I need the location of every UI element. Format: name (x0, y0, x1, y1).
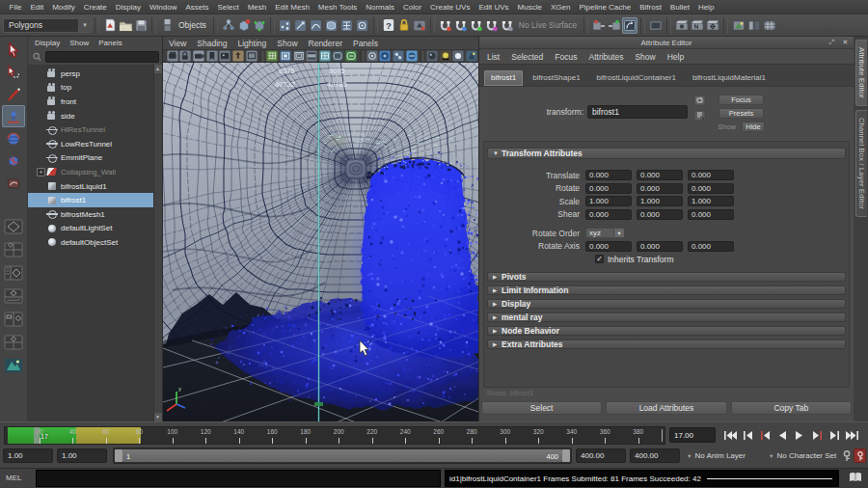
gate-mask-icon[interactable] (305, 50, 318, 63)
save-scene-button[interactable] (133, 17, 149, 34)
snap-to-point-button[interactable] (469, 17, 484, 34)
outliner-menu-item[interactable]: Panels (98, 39, 122, 47)
collapsed-section-header[interactable]: ▶ Pivots (487, 272, 846, 282)
outliner-item[interactable]: persp (28, 67, 162, 81)
select-camera-icon[interactable] (166, 50, 179, 63)
output-connections-button[interactable] (607, 17, 622, 34)
attribute-editor-tab[interactable]: bifrostLiquidMaterial1 (686, 70, 773, 86)
xray-active-icon[interactable] (405, 50, 419, 63)
outliner-item[interactable]: front (28, 95, 162, 109)
viewport-menu-item[interactable]: Lighting (237, 39, 266, 48)
viewport-menu-item[interactable]: Shading (197, 39, 227, 48)
menu-item[interactable]: Display (111, 3, 145, 12)
help-icon-button[interactable]: ? (381, 17, 396, 34)
highlight-selection-button[interactable] (412, 17, 427, 34)
camera-attributes-icon[interactable] (192, 50, 205, 63)
paint-effects-button[interactable] (731, 17, 746, 34)
collapsed-section-header[interactable]: ▶ Node Behavior (487, 326, 846, 336)
attribute-editor-tab[interactable]: bifrost1 (484, 70, 523, 86)
menu-item[interactable]: Edit UVs (475, 3, 513, 12)
image-plane-icon[interactable] (219, 50, 232, 63)
menu-set-dropdown[interactable]: Polygons ▼ (3, 18, 92, 33)
attribute-x-input[interactable] (585, 170, 632, 180)
oversc-icon[interactable] (245, 50, 258, 63)
mask-points-button[interactable] (278, 17, 293, 34)
auto-keyframe-toggle[interactable] (854, 448, 866, 463)
attribute-editor-titlebar[interactable]: Attribute Editor ⤢ ✕ (479, 37, 854, 49)
select-by-component-button[interactable] (252, 17, 267, 34)
lock-camera-icon[interactable] (179, 50, 193, 63)
attribute-editor-tab[interactable]: bifrostLiquidContainer1 (590, 70, 683, 86)
animation-start-field[interactable] (3, 448, 53, 463)
mask-misc-button[interactable] (355, 17, 370, 34)
snap-to-projected-center-button[interactable] (484, 17, 500, 34)
range-slider-right-handle[interactable] (562, 449, 570, 462)
shadows-icon[interactable] (439, 50, 452, 63)
attribute-z-input[interactable] (688, 170, 734, 180)
step-forward-key-button[interactable] (826, 427, 843, 444)
current-time-field[interactable] (669, 427, 716, 443)
animation-end-field[interactable] (630, 448, 680, 463)
collapsed-section-header[interactable]: ▶ Limit Information (487, 285, 846, 295)
menu-item[interactable]: Assets (181, 3, 213, 12)
textured-icon[interactable] (465, 50, 478, 63)
last-tool-button[interactable] (2, 172, 25, 194)
attribute-y-input[interactable] (637, 196, 683, 206)
attribute-x-input[interactable] (585, 183, 632, 194)
layout-persp-uv-button[interactable] (1, 331, 26, 354)
menu-item[interactable]: Create (79, 3, 111, 12)
menu-item[interactable]: Modify (48, 3, 80, 12)
outliner-item[interactable]: HiResTunnel (28, 122, 162, 137)
attribute-x-input[interactable] (585, 209, 632, 220)
outliner-menu-item[interactable]: Show (69, 39, 89, 47)
range-slider-left-handle[interactable] (115, 449, 122, 462)
menu-item[interactable]: Create UVs (426, 3, 475, 12)
render-settings-button[interactable] (705, 17, 720, 34)
lock-selection-button[interactable] (396, 17, 412, 34)
outliner-item[interactable]: top (28, 81, 162, 95)
menu-item[interactable]: Bullet (665, 3, 693, 12)
menu-item[interactable]: Bifrost (636, 3, 666, 12)
menu-item[interactable]: Edit Mesh (271, 3, 314, 12)
range-slider-bar[interactable] (122, 449, 562, 462)
attribute-x-input[interactable] (585, 241, 632, 252)
outliner-item[interactable]: + Collapsing_Wall (28, 165, 162, 179)
collapsed-section-header[interactable]: ▶ Extra Attributes (487, 339, 846, 349)
safe-title-icon[interactable] (344, 50, 358, 63)
viewport-canvas[interactable]: y 8075 8075 40732 42785 (163, 63, 478, 421)
playback-end-field[interactable] (576, 448, 626, 463)
select-by-hierarchy-button[interactable] (221, 17, 236, 34)
attribute-editor-menu-item[interactable]: Selected (511, 52, 543, 62)
inherits-transform-checkbox[interactable]: ✓ (595, 255, 604, 263)
collapsed-section-header[interactable]: ▶ mental ray (487, 312, 846, 322)
film-gate-icon[interactable] (279, 50, 292, 63)
outliner-item[interactable]: bifrostMesh1 (28, 207, 162, 222)
current-frame-marker[interactable] (34, 427, 40, 445)
footer-button[interactable]: Select (481, 401, 602, 415)
default-material-icon[interactable] (425, 50, 439, 63)
anim-layer-dropdown[interactable]: ▼ No Anim Layer (687, 448, 746, 463)
select-by-object-button[interactable] (236, 17, 252, 34)
viewport-menu-item[interactable]: Panels (353, 39, 378, 48)
layout-four-view-button[interactable] (1, 238, 26, 261)
lasso-select-tool-button[interactable] (2, 61, 25, 83)
open-render-view-button[interactable] (648, 17, 664, 34)
menu-item[interactable]: Muscle (513, 3, 546, 12)
new-scene-button[interactable] (102, 17, 118, 34)
menu-item[interactable]: File (5, 3, 26, 12)
swap-node-icon[interactable] (693, 95, 706, 106)
command-line-input[interactable] (36, 470, 441, 487)
menu-item[interactable]: Window (146, 3, 181, 12)
menu-item[interactable]: Help (693, 3, 718, 12)
outliner-item[interactable]: bifrost1 (28, 193, 162, 207)
close-icon[interactable]: ✕ (840, 38, 851, 47)
viewport-menu-item[interactable]: Renderer (309, 39, 342, 48)
step-forward-frame-button[interactable] (808, 427, 826, 444)
collapsed-section-header[interactable]: ▶ Display (487, 299, 846, 309)
hide-button[interactable]: Hide (742, 122, 765, 132)
expand-icon[interactable]: + (37, 168, 45, 176)
step-back-frame-button[interactable] (756, 427, 773, 444)
show-button[interactable]: Show (711, 122, 736, 132)
render-current-frame-button[interactable] (674, 17, 690, 34)
attribute-y-input[interactable] (637, 209, 683, 220)
